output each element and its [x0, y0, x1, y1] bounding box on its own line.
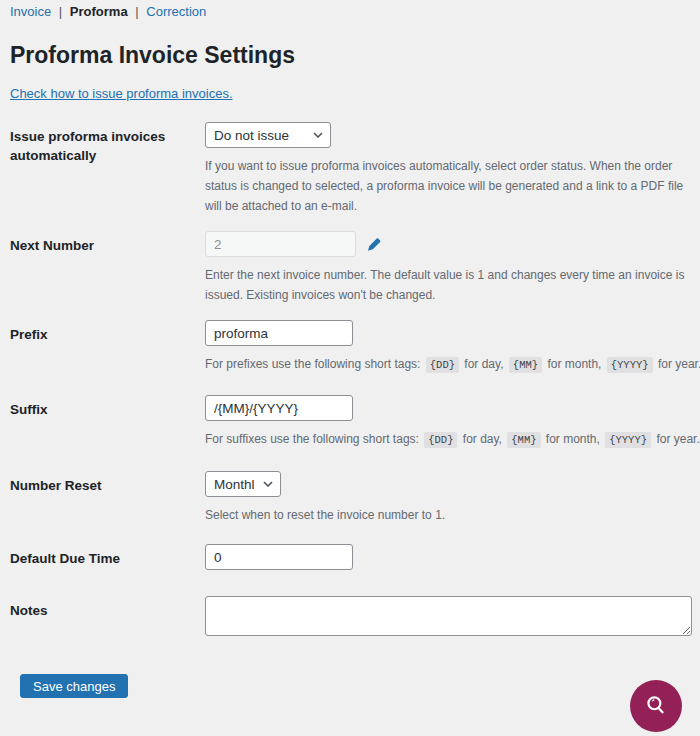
- number-reset-select-wrap: Monthly: [205, 471, 281, 497]
- prefix-input[interactable]: [205, 320, 353, 346]
- next-number-description: Enter the next invoice number. The defau…: [205, 265, 690, 305]
- floating-search-button[interactable]: [630, 680, 682, 732]
- row-next-number: Next Number Enter the next invoice numbe…: [10, 231, 690, 305]
- page-title: Proforma Invoice Settings: [10, 42, 690, 69]
- edit-next-number-button[interactable]: [365, 235, 383, 253]
- short-tag-yyyy-text: for year.: [656, 432, 699, 446]
- short-tag-dd: {DD}: [424, 432, 457, 448]
- number-reset-description: Select when to reset the invoice number …: [205, 505, 690, 525]
- prefix-label: Prefix: [10, 320, 205, 344]
- pencil-icon: [365, 235, 383, 253]
- tab-separator: |: [135, 4, 138, 19]
- tab-separator: |: [59, 4, 62, 19]
- suffix-input[interactable]: [205, 395, 353, 421]
- prefix-description: For prefixes use the following short tag…: [205, 354, 700, 375]
- next-number-label: Next Number: [10, 231, 205, 255]
- tab-proforma[interactable]: Proforma: [70, 4, 128, 19]
- row-number-reset: Number Reset Monthly Select when to rese…: [10, 471, 690, 525]
- issue-automatically-select-wrap: Do not issue: [205, 122, 331, 148]
- row-default-due-time: Default Due Time: [10, 544, 690, 570]
- short-tag-dd-text: for day,: [464, 357, 503, 371]
- short-tag-yyyy-text: for year.: [658, 357, 700, 371]
- search-icon: [643, 693, 669, 719]
- short-tag-mm: {MM}: [509, 357, 542, 373]
- suffix-description: For suffixes use the following short tag…: [205, 429, 700, 450]
- short-tag-dd: {DD}: [426, 357, 459, 373]
- suffix-label: Suffix: [10, 395, 205, 419]
- row-suffix: Suffix For suffixes use the following sh…: [10, 395, 690, 450]
- tab-correction[interactable]: Correction: [146, 4, 206, 19]
- row-notes: Notes: [10, 596, 690, 636]
- notes-textarea[interactable]: [205, 596, 692, 636]
- default-due-time-label: Default Due Time: [10, 544, 205, 568]
- invoice-type-tabs: Invoice | Proforma | Correction: [10, 3, 690, 20]
- settings-page: Invoice | Proforma | Correction Proforma…: [0, 0, 700, 698]
- short-tag-dd-text: for day,: [463, 432, 502, 446]
- issue-automatically-label: Issue proforma invoices automatically: [10, 122, 205, 165]
- next-number-input: [205, 231, 356, 257]
- notes-label: Notes: [10, 596, 205, 620]
- row-issue-automatically: Issue proforma invoices automatically Do…: [10, 122, 690, 216]
- number-reset-label: Number Reset: [10, 471, 205, 495]
- number-reset-select[interactable]: Monthly: [205, 471, 281, 497]
- proforma-settings-form: Issue proforma invoices automatically Do…: [10, 122, 690, 636]
- help-link[interactable]: Check how to issue proforma invoices.: [10, 85, 233, 102]
- short-tag-yyyy: {YYYY}: [607, 357, 653, 373]
- suffix-description-lead: For suffixes use the following short tag…: [205, 432, 419, 446]
- short-tag-mm-text: for month,: [547, 357, 601, 371]
- row-prefix: Prefix For prefixes use the following sh…: [10, 320, 690, 375]
- issue-automatically-select[interactable]: Do not issue: [205, 122, 331, 148]
- short-tag-mm: {MM}: [507, 432, 540, 448]
- prefix-description-lead: For prefixes use the following short tag…: [205, 357, 420, 371]
- short-tag-mm-text: for month,: [546, 432, 600, 446]
- issue-automatically-description: If you want to issue proforma invoices a…: [205, 156, 690, 216]
- default-due-time-input[interactable]: [205, 544, 353, 570]
- short-tag-yyyy: {YYYY}: [605, 432, 651, 448]
- tab-invoice[interactable]: Invoice: [10, 4, 51, 19]
- save-changes-button[interactable]: Save changes: [20, 674, 128, 698]
